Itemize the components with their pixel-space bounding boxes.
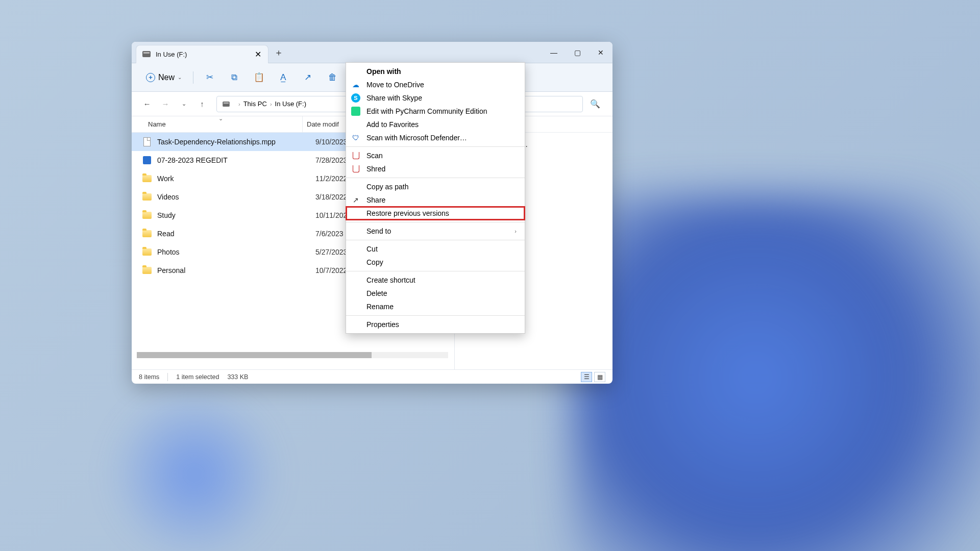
folder-icon bbox=[142, 247, 152, 257]
ctx-restore-previous-versions[interactable]: Restore previous versions bbox=[346, 207, 525, 220]
search-icon[interactable]: 🔍 bbox=[589, 96, 601, 112]
file-name: Read bbox=[157, 230, 315, 238]
paste-icon[interactable]: 📋 bbox=[249, 68, 269, 87]
horizontal-scrollbar[interactable] bbox=[137, 352, 448, 358]
context-menu: Open with ☁Move to OneDrive SShare with … bbox=[346, 62, 525, 334]
forward-button[interactable]: → bbox=[157, 96, 174, 112]
ctx-delete[interactable]: Delete bbox=[346, 287, 525, 300]
view-thumbnails-button[interactable]: ▦ bbox=[594, 372, 605, 382]
drive-icon bbox=[223, 101, 230, 106]
ctx-open-with[interactable]: Open with bbox=[346, 65, 525, 78]
close-button[interactable]: ✕ bbox=[589, 42, 612, 63]
tab-label: In Use (F:) bbox=[156, 51, 254, 58]
file-name: 07-28-2023 REGEDIT bbox=[157, 156, 315, 164]
file-name: Videos bbox=[157, 193, 315, 201]
plus-icon: + bbox=[146, 73, 155, 82]
minimize-button[interactable]: — bbox=[542, 42, 566, 63]
ctx-scan[interactable]: Scan bbox=[346, 149, 525, 162]
mcafee-icon bbox=[351, 151, 360, 160]
column-name[interactable]: Name bbox=[144, 120, 302, 128]
ctx-move-onedrive[interactable]: ☁Move to OneDrive bbox=[346, 78, 525, 91]
back-button[interactable]: ← bbox=[139, 96, 155, 112]
new-button[interactable]: + New ⌄ bbox=[141, 70, 187, 85]
mcafee-icon bbox=[351, 164, 360, 173]
new-label: New bbox=[158, 73, 175, 82]
ctx-copy-path[interactable]: Copy as path bbox=[346, 180, 525, 193]
chevron-right-icon: › bbox=[238, 101, 240, 107]
separator bbox=[346, 240, 525, 240]
chevron-down-icon: ⌄ bbox=[178, 74, 182, 80]
folder-icon bbox=[142, 173, 152, 184]
document-icon bbox=[142, 137, 152, 147]
rename-icon[interactable]: A̲ bbox=[273, 68, 293, 87]
ctx-send-to[interactable]: Send to› bbox=[346, 224, 525, 238]
share-icon[interactable]: ↗ bbox=[298, 68, 318, 87]
pycharm-icon bbox=[351, 107, 360, 116]
skype-icon: S bbox=[351, 93, 360, 103]
file-name: Task-Dependency-Relationships.mpp bbox=[157, 138, 315, 146]
folder-icon bbox=[142, 192, 152, 202]
ctx-rename[interactable]: Rename bbox=[346, 300, 525, 313]
status-selected: 1 item selected bbox=[176, 373, 219, 381]
separator bbox=[346, 271, 525, 271]
file-name: Personal bbox=[157, 266, 315, 274]
ctx-edit-pycharm[interactable]: Edit with PyCharm Community Edition bbox=[346, 105, 525, 118]
separator bbox=[346, 315, 525, 316]
ctx-shred[interactable]: Shred bbox=[346, 162, 525, 176]
breadcrumb-drive[interactable]: In Use (F:) bbox=[275, 100, 306, 108]
separator bbox=[193, 71, 193, 84]
breadcrumb-this-pc[interactable]: This PC bbox=[243, 100, 267, 108]
status-size: 333 KB bbox=[227, 373, 248, 381]
drive-icon bbox=[142, 51, 151, 57]
scrollbar-thumb[interactable] bbox=[137, 352, 372, 358]
ctx-create-shortcut[interactable]: Create shortcut bbox=[346, 273, 525, 287]
desktop-wallpaper-bloom bbox=[572, 194, 980, 551]
ctx-copy[interactable]: Copy bbox=[346, 256, 525, 269]
regedit-icon bbox=[142, 155, 152, 165]
copy-icon[interactable]: ⧉ bbox=[224, 68, 244, 87]
titlebar[interactable]: In Use (F:) ✕ ＋ — ▢ ✕ bbox=[132, 42, 612, 63]
folder-icon bbox=[142, 210, 152, 220]
file-name: Study bbox=[157, 211, 315, 219]
ctx-share[interactable]: ↗Share bbox=[346, 193, 525, 207]
tab-close-button[interactable]: ✕ bbox=[254, 50, 262, 58]
up-button[interactable]: ↑ bbox=[194, 96, 210, 112]
delete-icon[interactable]: 🗑 bbox=[322, 68, 342, 87]
desktop-wallpaper-bloom bbox=[92, 372, 296, 551]
chevron-right-icon: › bbox=[514, 228, 517, 234]
share-icon: ↗ bbox=[351, 195, 360, 205]
folder-icon bbox=[142, 265, 152, 276]
active-tab[interactable]: In Use (F:) ✕ bbox=[136, 45, 268, 63]
separator bbox=[346, 222, 525, 222]
ctx-share-skype[interactable]: SShare with Skype bbox=[346, 91, 525, 105]
ctx-cut[interactable]: Cut bbox=[346, 242, 525, 256]
chevron-right-icon: › bbox=[270, 101, 272, 107]
file-name: Work bbox=[157, 174, 315, 183]
view-details-button[interactable]: ☰ bbox=[581, 372, 592, 382]
separator bbox=[346, 178, 525, 178]
maximize-button[interactable]: ▢ bbox=[566, 42, 589, 63]
new-tab-button[interactable]: ＋ bbox=[268, 43, 289, 62]
status-items: 8 items bbox=[139, 373, 159, 381]
ctx-add-favorites[interactable]: Add to Favorites bbox=[346, 118, 525, 131]
cut-icon[interactable]: ✂ bbox=[200, 68, 220, 87]
ctx-scan-defender[interactable]: 🛡Scan with Microsoft Defender… bbox=[346, 131, 525, 144]
recent-dropdown[interactable]: ⌄ bbox=[176, 96, 192, 112]
onedrive-icon: ☁ bbox=[351, 80, 360, 89]
separator bbox=[346, 146, 525, 147]
folder-icon bbox=[142, 229, 152, 239]
ctx-properties[interactable]: Properties bbox=[346, 318, 525, 331]
separator bbox=[167, 373, 168, 381]
window-controls: — ▢ ✕ bbox=[542, 42, 612, 63]
file-name: Photos bbox=[157, 248, 315, 256]
status-bar: 8 items 1 item selected 333 KB ☰ ▦ bbox=[132, 369, 612, 384]
defender-icon: 🛡 bbox=[351, 133, 360, 142]
sort-indicator-icon: ⌄ bbox=[218, 115, 223, 122]
